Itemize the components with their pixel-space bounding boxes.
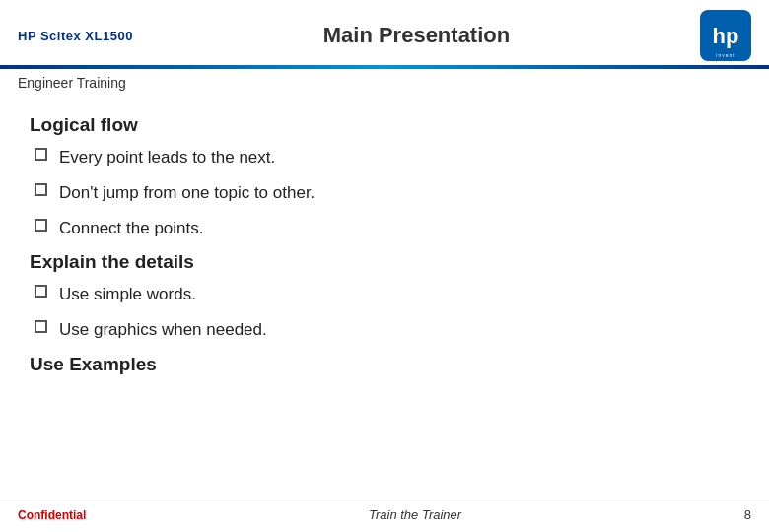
list-item-text: Connect the points. <box>59 217 203 240</box>
list-item: Use graphics when needed. <box>30 318 739 342</box>
list-item: Don't jump from one topic to other. <box>30 181 739 205</box>
section-heading-explain-details: Explain the details <box>30 251 739 273</box>
bullet-icon <box>30 320 51 333</box>
logo-text: HP Scitex XL1500 <box>18 29 133 43</box>
section-heading-logical-flow: Logical flow <box>30 114 739 136</box>
list-item: Every point leads to the next. <box>30 146 739 169</box>
hp-logo-icon: hp invent <box>700 10 751 61</box>
list-item: Connect the points. <box>30 217 739 240</box>
list-item-text: Every point leads to the next. <box>59 146 275 169</box>
section-heading-use-examples: Use Examples <box>30 354 739 375</box>
header-divider <box>0 65 769 69</box>
footer-train-trainer: Train the Trainer <box>369 507 461 522</box>
main-title: Main Presentation <box>133 23 700 48</box>
engineer-label: Engineer Training <box>0 75 769 97</box>
bullet-icon <box>30 183 51 196</box>
footer-confidential: Confidential <box>18 508 86 522</box>
footer: Confidential Train the Trainer 8 <box>0 499 769 532</box>
footer-page-number: 8 <box>744 507 751 522</box>
list-item: Use simple words. <box>30 283 739 306</box>
svg-text:invent: invent <box>716 52 734 58</box>
bullet-icon <box>30 219 51 232</box>
logical-flow-list: Every point leads to the next. Don't jum… <box>30 146 739 239</box>
list-item-text: Use graphics when needed. <box>59 318 267 342</box>
list-item-text: Don't jump from one topic to other. <box>59 181 315 205</box>
list-item-text: Use simple words. <box>59 283 196 306</box>
main-content: Logical flow Every point leads to the ne… <box>0 97 769 393</box>
bullet-icon <box>30 285 51 298</box>
logo-area: HP Scitex XL1500 <box>18 29 133 43</box>
explain-details-list: Use simple words. Use graphics when need… <box>30 283 739 342</box>
svg-text:hp: hp <box>713 24 739 48</box>
header: HP Scitex XL1500 Main Presentation hp in… <box>0 0 769 65</box>
bullet-icon <box>30 148 51 161</box>
